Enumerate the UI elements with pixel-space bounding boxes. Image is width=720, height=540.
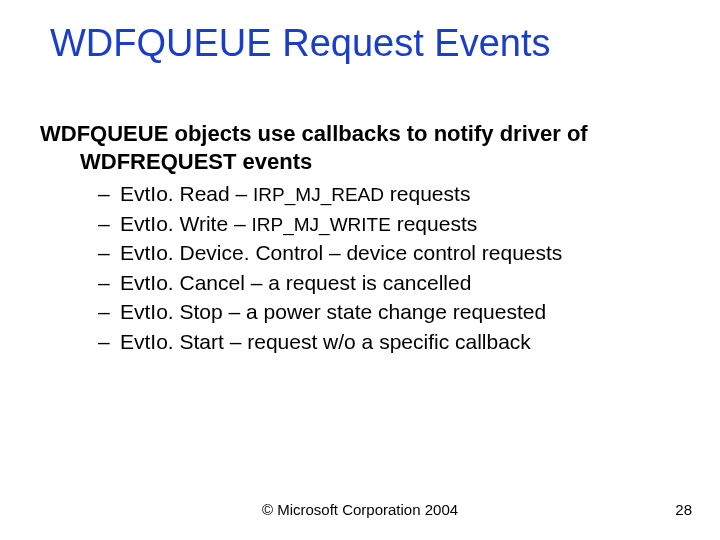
list-item: – EvtIo. Start – request w/o a specific … [40,327,680,357]
dash-icon: – [98,179,120,208]
bullet-text-pre: EvtIo. Read – [120,182,253,205]
slide: WDFQUEUE Request Events WDFQUEUE objects… [0,0,720,540]
dash-icon: – [98,238,120,267]
bullet-text-post: requests [391,212,477,235]
dash-icon: – [98,297,120,326]
slide-body: WDFQUEUE objects use callbacks to notify… [40,120,680,357]
bullet-list: – EvtIo. Read – IRP_MJ_READ requests – E… [40,179,680,357]
bullet-text-pre: EvtIo. Cancel – a request is cancelled [120,271,471,294]
list-item: – EvtIo. Read – IRP_MJ_READ requests [40,179,680,209]
list-item: – EvtIo. Stop – a power state change req… [40,297,680,327]
list-item: – EvtIo. Cancel – a request is cancelled [40,268,680,298]
lead-line-1: WDFQUEUE objects use callbacks to notify… [40,121,588,146]
bullet-code: IRP_MJ_READ [253,184,384,205]
dash-icon: – [98,268,120,297]
lead-text: WDFQUEUE objects use callbacks to notify… [40,120,680,175]
list-item: – EvtIo. Write – IRP_MJ_WRITE requests [40,209,680,239]
bullet-text-pre: EvtIo. Stop – a power state change reque… [120,300,546,323]
bullet-text-pre: EvtIo. Device. Control – device control … [120,241,562,264]
dash-icon: – [98,327,120,356]
bullet-text-pre: EvtIo. Write – [120,212,252,235]
bullet-text-post: requests [384,182,470,205]
slide-title: WDFQUEUE Request Events [50,22,690,65]
page-number: 28 [675,501,692,518]
bullet-text-pre: EvtIo. Start – request w/o a specific ca… [120,330,531,353]
footer-copyright: © Microsoft Corporation 2004 [0,501,720,518]
bullet-code: IRP_MJ_WRITE [252,214,391,235]
dash-icon: – [98,209,120,238]
list-item: – EvtIo. Device. Control – device contro… [40,238,680,268]
lead-line-2: WDFREQUEST events [40,148,680,176]
